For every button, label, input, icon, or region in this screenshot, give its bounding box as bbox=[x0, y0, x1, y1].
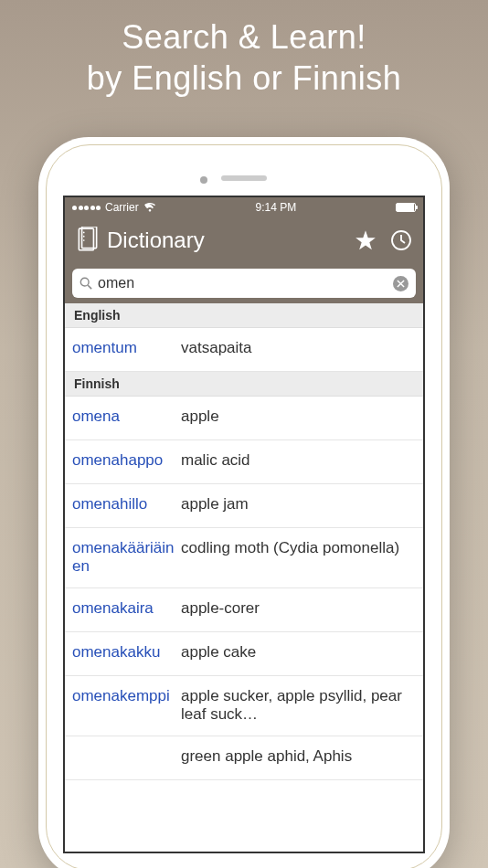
term-label: omenahillo bbox=[72, 495, 177, 513]
term-label: omentum bbox=[72, 339, 177, 357]
definition-label: apple-corer bbox=[177, 599, 416, 618]
list-item[interactable]: omenakakkuapple cake bbox=[65, 632, 423, 676]
list-item[interactable]: green apple aphid, Aphis bbox=[65, 736, 423, 780]
list-item[interactable]: omenahilloapple jam bbox=[65, 484, 423, 528]
definition-label: apple jam bbox=[177, 495, 416, 513]
book-icon bbox=[76, 227, 100, 254]
list-item[interactable]: omenahappomalic acid bbox=[65, 440, 423, 484]
svg-rect-0 bbox=[79, 228, 93, 250]
svg-point-4 bbox=[83, 239, 85, 241]
list-item[interactable]: omenaapple bbox=[65, 397, 423, 440]
phone-camera bbox=[200, 176, 207, 184]
search-input[interactable] bbox=[98, 275, 393, 291]
svg-point-6 bbox=[80, 278, 89, 286]
search-icon bbox=[80, 277, 92, 290]
wifi-icon bbox=[143, 203, 156, 212]
definition-label: vatsapaita bbox=[177, 339, 416, 357]
svg-line-7 bbox=[88, 285, 91, 289]
promo-title: Search & Learn! by English or Finnish bbox=[0, 0, 488, 99]
term-label: omenakemppi bbox=[72, 687, 177, 705]
list-item[interactable]: omenakääriäinencodling moth (Cydia pomon… bbox=[65, 528, 423, 588]
term-label: omena bbox=[72, 408, 177, 426]
svg-point-2 bbox=[83, 232, 85, 234]
section-header: Finnish bbox=[65, 372, 423, 397]
phone-frame: Carrier 9:14 PM Dictionary bbox=[38, 137, 450, 868]
svg-point-3 bbox=[83, 236, 85, 238]
promo-line2: by English or Finnish bbox=[0, 58, 488, 99]
star-icon[interactable] bbox=[354, 228, 377, 252]
status-bar: Carrier 9:14 PM bbox=[65, 197, 423, 217]
definition-label: apple bbox=[177, 408, 416, 426]
nav-bar: Dictionary bbox=[65, 217, 423, 263]
results-list[interactable]: EnglishomentumvatsapaitaFinnishomenaappl… bbox=[65, 303, 423, 780]
definition-label: malic acid bbox=[177, 451, 416, 470]
list-item[interactable]: omenakemppiapple sucker, apple psyllid, … bbox=[65, 676, 423, 736]
search-bar bbox=[65, 263, 423, 303]
carrier-label: Carrier bbox=[105, 201, 139, 214]
definition-label: green apple aphid, Aphis bbox=[177, 747, 416, 766]
term-label: omenakaira bbox=[72, 599, 177, 618]
term-label: omenakakku bbox=[72, 643, 177, 662]
definition-label: apple cake bbox=[177, 643, 416, 662]
signal-icon bbox=[72, 206, 101, 210]
clock-label: 9:14 PM bbox=[255, 201, 296, 214]
phone-speaker bbox=[221, 175, 267, 181]
promo-line1: Search & Learn! bbox=[0, 16, 488, 58]
clock-icon[interactable] bbox=[390, 229, 412, 251]
list-item[interactable]: omenakairaapple-corer bbox=[65, 588, 423, 632]
clear-icon[interactable] bbox=[393, 276, 408, 291]
definition-label: apple sucker, apple psyllid, pear leaf s… bbox=[177, 687, 416, 725]
nav-title: Dictionary bbox=[107, 228, 354, 253]
term-label: omenakääriäinen bbox=[72, 539, 177, 577]
list-item[interactable]: omentumvatsapaita bbox=[65, 328, 423, 372]
term-label: omenahappo bbox=[72, 451, 177, 470]
section-header: English bbox=[65, 303, 423, 328]
search-field[interactable] bbox=[72, 269, 416, 298]
battery-icon bbox=[396, 203, 416, 212]
screen: Carrier 9:14 PM Dictionary bbox=[63, 196, 425, 853]
definition-label: codling moth (Cydia pomonella) bbox=[177, 539, 416, 557]
